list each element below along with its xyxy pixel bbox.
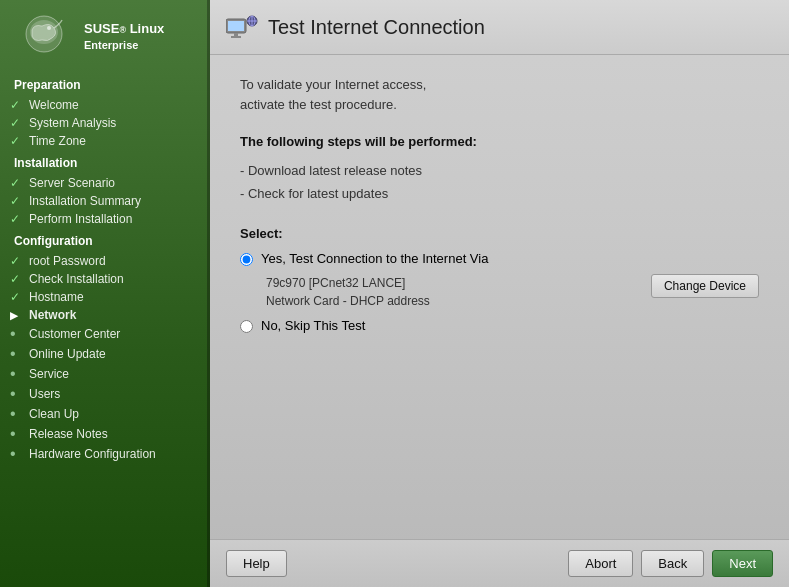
check-icon: ✓ bbox=[10, 290, 24, 304]
bullet-icon: • bbox=[10, 446, 24, 462]
check-icon: ✓ bbox=[10, 98, 24, 112]
footer-left: Help bbox=[226, 550, 287, 577]
main-footer: Help Abort Back Next bbox=[210, 539, 789, 587]
sidebar-label-online-update: Online Update bbox=[29, 347, 106, 361]
section-preparation: Preparation bbox=[0, 72, 210, 96]
sidebar-item-time-zone[interactable]: ✓ Time Zone bbox=[0, 132, 210, 150]
brand-name: SUSE® Linux bbox=[84, 20, 164, 38]
sidebar-label-welcome: Welcome bbox=[29, 98, 79, 112]
sidebar-label-perform-installation: Perform Installation bbox=[29, 212, 132, 226]
steps-list: - Download latest release notes - Check … bbox=[240, 159, 759, 206]
sidebar-label-installation-summary: Installation Summary bbox=[29, 194, 141, 208]
sidebar-label-customer-center: Customer Center bbox=[29, 327, 120, 341]
sidebar-label-users: Users bbox=[29, 387, 60, 401]
network-icon bbox=[226, 13, 258, 41]
sidebar-label-network: Network bbox=[29, 308, 76, 322]
sidebar-label-hostname: Hostname bbox=[29, 290, 84, 304]
section-configuration: Configuration bbox=[0, 228, 210, 252]
sidebar-item-check-installation[interactable]: ✓ Check Installation bbox=[0, 270, 210, 288]
intro-line2: activate the test procedure. bbox=[240, 95, 759, 115]
steps-header: The following steps will be performed: bbox=[240, 134, 759, 149]
sidebar-item-customer-center[interactable]: • Customer Center bbox=[0, 324, 210, 344]
main-header: Test Internet Connection bbox=[210, 0, 789, 55]
device-line1: 79c970 [PCnet32 LANCE] bbox=[266, 274, 430, 292]
sidebar-item-hostname[interactable]: ✓ Hostname bbox=[0, 288, 210, 306]
sidebar-item-root-password[interactable]: ✓ root Password bbox=[0, 252, 210, 270]
sidebar-label-time-zone: Time Zone bbox=[29, 134, 86, 148]
sidebar: SUSE® Linux Enterprise Preparation ✓ Wel… bbox=[0, 0, 210, 587]
section-installation: Installation bbox=[0, 150, 210, 174]
sidebar-item-release-notes[interactable]: • Release Notes bbox=[0, 424, 210, 444]
sidebar-item-welcome[interactable]: ✓ Welcome bbox=[0, 96, 210, 114]
radio-yes-label[interactable]: Yes, Test Connection to the Internet Via bbox=[261, 251, 488, 266]
brand-text: SUSE® Linux Enterprise bbox=[84, 20, 164, 54]
sidebar-label-clean-up: Clean Up bbox=[29, 407, 79, 421]
step-1: - Download latest release notes bbox=[240, 159, 759, 182]
check-icon: ✓ bbox=[10, 254, 24, 268]
brand-edition: Enterprise bbox=[84, 38, 164, 53]
svg-point-2 bbox=[47, 26, 51, 30]
help-button[interactable]: Help bbox=[226, 550, 287, 577]
radio-no-input[interactable] bbox=[240, 320, 253, 333]
check-icon: ✓ bbox=[10, 272, 24, 286]
bullet-icon: • bbox=[10, 326, 24, 342]
check-icon: ✓ bbox=[10, 194, 24, 208]
sidebar-item-installation-summary[interactable]: ✓ Installation Summary bbox=[0, 192, 210, 210]
radio-no-label[interactable]: No, Skip This Test bbox=[261, 318, 365, 333]
device-info: 79c970 [PCnet32 LANCE] Network Card - DH… bbox=[266, 274, 759, 310]
main-panel: Test Internet Connection To validate you… bbox=[210, 0, 789, 587]
sidebar-label-check-installation: Check Installation bbox=[29, 272, 124, 286]
check-icon: ✓ bbox=[10, 176, 24, 190]
sidebar-item-service[interactable]: • Service bbox=[0, 364, 210, 384]
sidebar-item-perform-installation[interactable]: ✓ Perform Installation bbox=[0, 210, 210, 228]
sidebar-item-users[interactable]: • Users bbox=[0, 384, 210, 404]
sidebar-item-hardware-configuration[interactable]: • Hardware Configuration bbox=[0, 444, 210, 464]
next-button[interactable]: Next bbox=[712, 550, 773, 577]
footer-right: Abort Back Next bbox=[568, 550, 773, 577]
sidebar-label-hardware-configuration: Hardware Configuration bbox=[29, 447, 156, 461]
sidebar-label-system-analysis: System Analysis bbox=[29, 116, 116, 130]
sidebar-item-system-analysis[interactable]: ✓ System Analysis bbox=[0, 114, 210, 132]
sidebar-item-online-update[interactable]: • Online Update bbox=[0, 344, 210, 364]
bullet-icon: • bbox=[10, 426, 24, 442]
sidebar-label-root-password: root Password bbox=[29, 254, 106, 268]
check-icon: ✓ bbox=[10, 134, 24, 148]
bullet-icon: • bbox=[10, 386, 24, 402]
sidebar-item-server-scenario[interactable]: ✓ Server Scenario bbox=[0, 174, 210, 192]
bullet-icon: • bbox=[10, 346, 24, 362]
check-icon: ✓ bbox=[10, 116, 24, 130]
svg-rect-6 bbox=[231, 36, 241, 38]
device-line2: Network Card - DHCP address bbox=[266, 292, 430, 310]
sidebar-label-service: Service bbox=[29, 367, 69, 381]
page-title: Test Internet Connection bbox=[268, 16, 485, 39]
device-text: 79c970 [PCnet32 LANCE] Network Card - DH… bbox=[266, 274, 430, 310]
bullet-icon: • bbox=[10, 366, 24, 382]
check-icon: ✓ bbox=[10, 212, 24, 226]
arrow-icon: ▶ bbox=[10, 310, 24, 321]
radio-yes-option: Yes, Test Connection to the Internet Via bbox=[240, 251, 759, 266]
back-button[interactable]: Back bbox=[641, 550, 704, 577]
sidebar-item-network[interactable]: ▶ Network bbox=[0, 306, 210, 324]
sidebar-item-clean-up[interactable]: • Clean Up bbox=[0, 404, 210, 424]
svg-rect-4 bbox=[228, 21, 244, 31]
intro-text: To validate your Internet access, activa… bbox=[240, 75, 759, 114]
main-body: To validate your Internet access, activa… bbox=[210, 55, 789, 539]
sidebar-label-server-scenario: Server Scenario bbox=[29, 176, 115, 190]
change-device-button[interactable]: Change Device bbox=[651, 274, 759, 298]
suse-logo-icon bbox=[14, 12, 74, 62]
sidebar-label-release-notes: Release Notes bbox=[29, 427, 108, 441]
select-label: Select: bbox=[240, 226, 759, 241]
radio-yes-input[interactable] bbox=[240, 253, 253, 266]
abort-button[interactable]: Abort bbox=[568, 550, 633, 577]
intro-line1: To validate your Internet access, bbox=[240, 75, 759, 95]
step-2: - Check for latest updates bbox=[240, 182, 759, 205]
bullet-icon: • bbox=[10, 406, 24, 422]
sidebar-header: SUSE® Linux Enterprise bbox=[0, 0, 210, 72]
radio-no-option: No, Skip This Test bbox=[240, 318, 759, 333]
